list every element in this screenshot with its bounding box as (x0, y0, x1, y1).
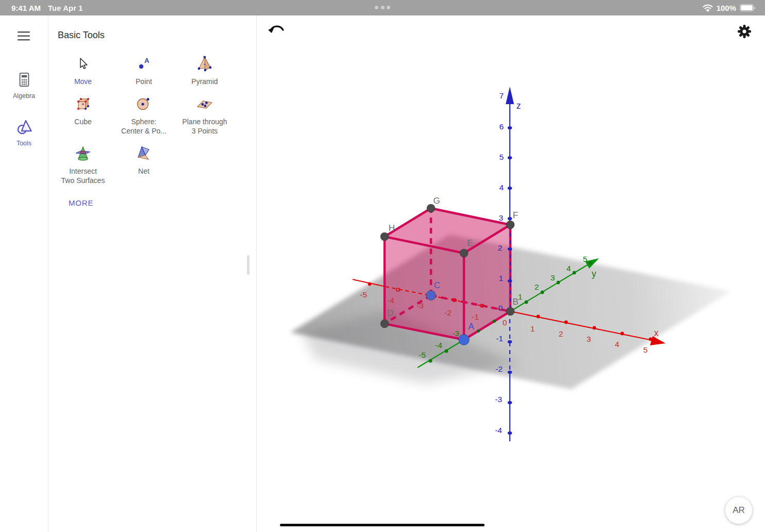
tool-label: Move (74, 77, 92, 86)
z-axis-tick (508, 279, 512, 282)
z-tick-label: 3 (498, 213, 503, 222)
z-axis-tick (508, 156, 512, 159)
y-axis-tick (525, 301, 528, 304)
multitask-dots-icon[interactable] (375, 6, 390, 9)
z-tick-label: 5 (499, 153, 504, 161)
sphere-icon (135, 95, 153, 113)
tool-label: Net (138, 167, 149, 176)
tool-grid: Move A Point Pyramid (48, 53, 256, 185)
vertex-point-A[interactable] (459, 335, 470, 345)
vertex-point-E[interactable] (460, 249, 468, 257)
vertex-label-D: D (387, 308, 393, 318)
tool-intersect-two-surfaces[interactable]: Intersect Two Surfaces (53, 143, 113, 185)
x-tick-label: -4 (387, 296, 394, 305)
z-tick-label: 7 (499, 91, 504, 100)
z-tick-label: -4 (495, 426, 502, 435)
x-tick-label: 4 (615, 340, 620, 348)
sidebar-item-label: Tools (0, 140, 48, 147)
z-axis-tick (508, 126, 512, 129)
x-axis-label: x (654, 328, 659, 338)
vertex-point-B[interactable] (506, 307, 514, 315)
z-axis-arrow (506, 87, 514, 104)
undo-button[interactable] (267, 23, 286, 40)
vertex-point-H[interactable] (380, 232, 389, 241)
z-axis-tick (508, 247, 512, 251)
z-axis-tick (508, 431, 512, 435)
point-icon: A (136, 56, 152, 72)
x-tick-label: 0 (503, 318, 507, 327)
cube-icon (74, 95, 92, 113)
z-tick-label: 6 (499, 122, 504, 131)
panel-scrollbar[interactable] (247, 255, 250, 275)
x-tick-label: -1 (472, 312, 479, 321)
undo-icon (267, 23, 286, 39)
sidebar-item-label: Algebra (0, 92, 48, 99)
z-tick-label: -3 (495, 395, 502, 404)
z-tick-label: 0 (498, 304, 503, 312)
y-tick-label: 2 (535, 282, 539, 291)
y-tick-label: -4 (435, 341, 442, 350)
vertex-point-F[interactable] (506, 221, 514, 229)
z-axis-tick (508, 401, 512, 404)
status-time: 9:41 AM (11, 4, 41, 12)
home-indicator[interactable] (280, 524, 485, 526)
tool-move[interactable]: Move (53, 53, 113, 86)
x-tick-label: 1 (530, 324, 535, 333)
z-tick-label: 2 (497, 243, 502, 252)
y-tick-label: 4 (567, 264, 571, 273)
more-tools-button[interactable]: MORE (69, 198, 93, 207)
z-tick-label: -2 (495, 364, 503, 373)
tool-sphere[interactable]: Sphere: Center & Po... (113, 93, 174, 136)
x-tick-label: -5 (360, 290, 367, 299)
y-axis-tick (445, 350, 448, 353)
basic-tools-panel: Basic Tools Move A Point (48, 15, 257, 532)
tool-label: Cube (74, 117, 91, 126)
tool-net[interactable]: Net (113, 143, 174, 185)
tool-label: Sphere: Center & Po... (121, 117, 167, 136)
vertex-label-C: C (434, 280, 440, 290)
y-axis-tick (557, 281, 560, 285)
y-axis-tick (429, 359, 433, 363)
settings-button[interactable] (734, 22, 755, 41)
z-axis-tick (508, 187, 512, 190)
x-tick-label: 2 (559, 329, 563, 338)
menu-button[interactable] (16, 30, 31, 43)
tool-plane-3-points[interactable]: Plane through 3 Points (174, 93, 235, 136)
vertex-label-H: H (389, 223, 395, 233)
vertex-point-C[interactable] (426, 291, 436, 301)
move-cursor-icon (75, 56, 91, 72)
cube-face[interactable] (385, 237, 464, 340)
z-axis-tick (508, 340, 512, 343)
panel-title: Basic Tools (58, 30, 256, 41)
battery-icon (740, 4, 754, 11)
x-axis-tick (537, 315, 540, 319)
tool-label: Point (136, 77, 152, 86)
ar-button[interactable]: AR (725, 497, 752, 524)
plane-3points-icon (195, 96, 214, 112)
geogebra-3d-app: 123450-1-2-3-4-5x12345-3-4-5y76543210-1-… (0, 0, 765, 532)
tool-label: Intersect Two Surfaces (61, 167, 105, 185)
x-axis-tick (621, 332, 624, 336)
sidebar-item-algebra[interactable]: Algebra (0, 71, 48, 99)
calculator-icon (16, 71, 32, 89)
z-tick-label: -1 (496, 334, 503, 343)
x-axis-tick (564, 321, 568, 324)
y-axis-tick (477, 329, 480, 332)
x-axis-tick (368, 282, 372, 286)
tool-cube[interactable]: Cube (53, 93, 113, 136)
vertex-point-D[interactable] (380, 320, 389, 328)
x-tick-label: -3 (417, 301, 424, 310)
y-tick-label: 1 (518, 292, 523, 301)
vertex-label-A: A (468, 322, 474, 331)
tool-point[interactable]: A Point (113, 53, 174, 86)
sidebar-item-tools[interactable]: Tools (0, 119, 48, 147)
intersect-icon (74, 145, 92, 162)
status-bar: 9:41 AM Tue Apr 1 100% (0, 0, 765, 15)
y-tick-label: -5 (419, 351, 426, 359)
tool-pyramid[interactable]: Pyramid (174, 53, 235, 86)
y-axis-tick (493, 320, 496, 323)
gear-icon (735, 22, 754, 41)
z-axis-label: z (517, 101, 521, 111)
status-date: Tue Apr 1 (48, 4, 83, 12)
tool-label: Pyramid (191, 77, 218, 86)
